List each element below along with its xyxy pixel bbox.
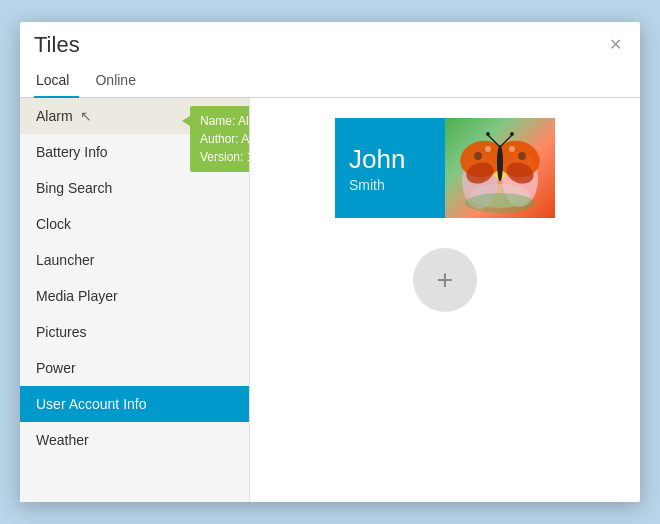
cursor-icon: ↖	[80, 108, 92, 124]
tooltip-author: Author: Amine Dries	[200, 130, 250, 148]
content-area: Alarm ↖ Name: Alarm Author: Amine Dries …	[20, 98, 640, 502]
sidebar-item-alarm[interactable]: Alarm ↖ Name: Alarm Author: Amine Dries …	[20, 98, 249, 134]
window-title: Tiles	[34, 32, 80, 58]
sidebar-item-pictures[interactable]: Pictures	[20, 314, 249, 350]
user-tile[interactable]: John Smith	[335, 118, 555, 218]
user-last-name: Smith	[349, 177, 431, 193]
tab-online[interactable]: Online	[93, 66, 145, 98]
user-tile-info: John Smith	[335, 118, 445, 218]
sidebar-item-clock[interactable]: Clock	[20, 206, 249, 242]
sidebar-item-weather[interactable]: Weather	[20, 422, 249, 458]
butterfly-graphic	[445, 118, 555, 218]
svg-point-10	[485, 146, 491, 152]
tab-bar: Local Online	[20, 60, 640, 98]
tooltip-version: Version: 1.0.0	[200, 148, 250, 166]
sidebar-item-user-account-info[interactable]: User Account Info	[20, 386, 249, 422]
sidebar-item-bing-search[interactable]: Bing Search	[20, 170, 249, 206]
svg-point-17	[465, 193, 535, 213]
user-tile-image	[445, 118, 555, 218]
svg-point-16	[510, 132, 514, 136]
title-bar: Tiles ✕	[20, 22, 640, 58]
user-first-name: John	[349, 144, 431, 175]
svg-point-8	[474, 152, 482, 160]
main-panel: John Smith	[250, 98, 640, 502]
main-window: Tiles ✕ Local Online Alarm ↖ Name: Alarm…	[20, 22, 640, 502]
sidebar-item-power[interactable]: Power	[20, 350, 249, 386]
svg-point-11	[509, 146, 515, 152]
sidebar-item-launcher[interactable]: Launcher	[20, 242, 249, 278]
close-button[interactable]: ✕	[605, 35, 626, 55]
sidebar: Alarm ↖ Name: Alarm Author: Amine Dries …	[20, 98, 250, 502]
tab-local[interactable]: Local	[34, 66, 79, 98]
add-tile-button[interactable]: +	[413, 248, 477, 312]
svg-point-15	[486, 132, 490, 136]
svg-point-9	[518, 152, 526, 160]
sidebar-item-media-player[interactable]: Media Player	[20, 278, 249, 314]
tooltip-name: Name: Alarm	[200, 112, 250, 130]
alarm-tooltip: Name: Alarm Author: Amine Dries Version:…	[190, 106, 250, 172]
svg-point-12	[497, 145, 503, 181]
